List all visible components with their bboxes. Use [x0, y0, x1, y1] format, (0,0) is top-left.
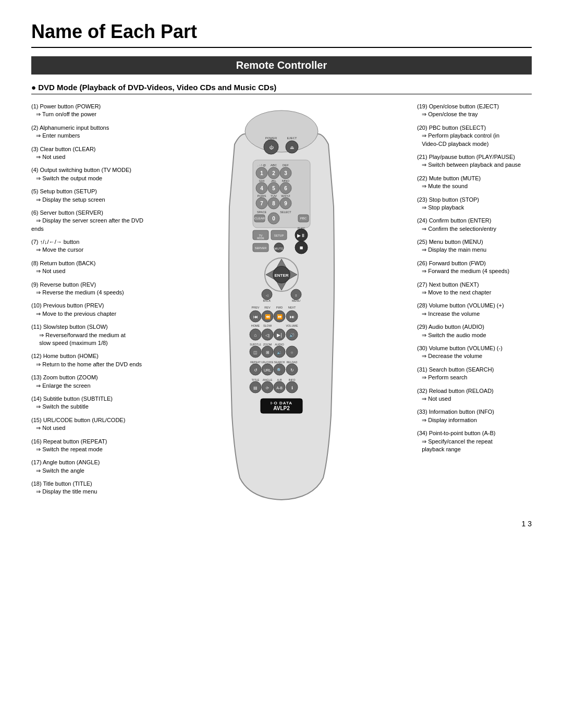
svg-text:2: 2 — [272, 170, 275, 176]
svg-text:3: 3 — [284, 170, 287, 176]
left-labels: (1) Power button (POWER) ⇒ Turn on/off t… — [31, 103, 151, 509]
svg-text:EJECT: EJECT — [287, 137, 297, 140]
svg-text:■: ■ — [300, 244, 303, 251]
label-10: (10) Previous button (PREV) ⇒ Move to th… — [31, 302, 146, 318]
remote-svg: ⏻ POWER ⏏ EJECT . : / @ ABC DEF 1 2 3 GH… — [224, 103, 339, 509]
svg-text:I·O DATA: I·O DATA — [271, 401, 292, 405]
svg-text:⏏: ⏏ — [290, 145, 295, 150]
svg-text:⏻: ⏻ — [269, 145, 274, 150]
svg-text:↻: ↻ — [290, 368, 294, 373]
svg-text:TITLE: TITLE — [252, 378, 260, 381]
svg-text:SEARCH: SEARCH — [274, 361, 285, 364]
svg-text:1: 1 — [260, 170, 263, 176]
svg-text:9: 9 — [284, 201, 287, 206]
footer: 1 3 — [31, 520, 532, 528]
svg-text:AVLP2: AVLP2 — [273, 405, 290, 411]
svg-text:◁: ◁ — [266, 294, 268, 297]
label-8: (8) Return button (BACK) ⇒ Not used — [31, 260, 146, 276]
svg-text:BACK: BACK — [263, 299, 271, 302]
label-34: (34) Point-to-point button (A-B) ⇒ Speci… — [417, 429, 532, 453]
label-3: (3) Clear button (CLEAR) ⇒ Not used — [31, 145, 146, 162]
svg-text:TUV: TUV — [271, 194, 277, 198]
label-23: (23) Stop button (STOP) ⇒ Stop playback — [417, 196, 532, 212]
page-title: Name of Each Part — [31, 21, 532, 48]
svg-text:NEXT: NEXT — [288, 306, 296, 309]
svg-text:⏮: ⏮ — [253, 314, 258, 319]
svg-text:DEF: DEF — [283, 164, 289, 167]
label-16: (16) Repeat button (REPEAT) ⇒ Switch the… — [31, 438, 146, 454]
svg-text:ZOOM: ZOOM — [263, 343, 272, 346]
svg-text:⊞: ⊞ — [266, 350, 270, 355]
label-4: (4) Output switching button (TV MODE) ⇒ … — [31, 166, 146, 182]
label-19: (19) Open/close button (EJECT) ⇒ Open/cl… — [417, 103, 532, 119]
svg-text:0: 0 — [272, 216, 275, 221]
svg-text:ANGLE: ANGLE — [263, 378, 273, 381]
label-5: (5) Setup button (SETUP) ⇒ Display the s… — [31, 188, 146, 204]
svg-text:PREV: PREV — [252, 306, 260, 309]
svg-text:SETUP: SETUP — [274, 234, 284, 237]
svg-text:▶|: ▶| — [277, 332, 282, 338]
svg-text:🔊: 🔊 — [289, 332, 295, 338]
label-1: (1) Power button (POWER) ⇒ Turn on/off t… — [31, 103, 146, 119]
svg-text:4: 4 — [260, 186, 263, 191]
svg-text:5: 5 — [272, 186, 275, 191]
svg-text:INFO: INFO — [288, 378, 296, 381]
svg-text:PAUSE: PAUSE — [297, 229, 306, 232]
svg-text:ENTER: ENTER — [274, 273, 288, 278]
svg-text:6: 6 — [284, 186, 287, 191]
svg-text:SPACE: SPACE — [257, 211, 267, 214]
label-29: (29) Audio button (AUDIO) ⇒ Switch the a… — [417, 323, 532, 339]
svg-text:PBC: PBC — [300, 217, 307, 220]
label-7: (7) ↑/↓/←/→ button ⇒ Move the cursor — [31, 238, 146, 254]
label-17: (17) Angle button (ANGLE) ⇒ Switch the a… — [31, 459, 146, 475]
svg-text:FWD: FWD — [276, 306, 283, 309]
svg-text:A-B: A-B — [276, 386, 283, 390]
label-11: (11) Slow/step button (SLOW) ⇒ Reverse/f… — [31, 323, 146, 347]
label-20: (20) PBC button (SELECT) ⇒ Perform playb… — [417, 124, 532, 148]
label-33: (33) Information button (INFO) ⇒ Display… — [417, 408, 532, 424]
svg-text:↺: ↺ — [254, 368, 258, 373]
label-30: (30) Volume button (VOLUME) (-) ⇒ Decrea… — [417, 344, 532, 361]
svg-text:≡: ≡ — [295, 294, 297, 297]
svg-text:◫: ◫ — [253, 350, 258, 355]
label-6: (6) Server button (SERVER) ⇒ Display the… — [31, 209, 146, 233]
right-labels: (19) Open/close button (EJECT) ⇒ Open/cl… — [412, 103, 532, 509]
label-27: (27) Next button (NEXT) ⇒ Move to the ne… — [417, 281, 532, 297]
svg-text:URL: URL — [264, 368, 271, 372]
svg-text:VOLUME: VOLUME — [286, 324, 298, 327]
svg-text:SUBTITLE: SUBTITLE — [250, 343, 261, 346]
svg-text:◁|: ◁| — [265, 333, 270, 338]
svg-text:⏪: ⏪ — [265, 314, 271, 320]
label-12: (12) Home button (HOME) ⇒ Return to the … — [31, 352, 146, 368]
svg-text:A-B: A-B — [277, 378, 282, 381]
svg-text:MENU: MENU — [292, 299, 300, 302]
svg-text:⏭: ⏭ — [290, 314, 295, 319]
svg-text:POWER: POWER — [265, 137, 277, 140]
label-13: (13) Zoom button (ZOOM) ⇒ Enlarge the sc… — [31, 374, 146, 390]
svg-text:STOP: STOP — [298, 241, 305, 244]
svg-text:🔉: 🔉 — [277, 350, 282, 355]
svg-text:○: ○ — [291, 350, 293, 355]
svg-text:JKL: JKL — [271, 179, 277, 182]
svg-text:8: 8 — [272, 201, 275, 206]
label-21: (21) Play/pause button (PLAY/PAUSE) ⇒ Sw… — [417, 153, 532, 169]
svg-text:SLOW: SLOW — [263, 324, 272, 327]
svg-text:⏩: ⏩ — [277, 314, 283, 320]
label-14: (14) Subtitle button (SUBTITLE) ⇒ Switch… — [31, 395, 146, 411]
svg-text:🔍: 🔍 — [277, 367, 282, 373]
svg-text:⌂: ⌂ — [254, 332, 256, 338]
svg-text:REV: REV — [264, 306, 271, 309]
label-31: (31) Search button (SEARCH) ⇒ Perform se… — [417, 366, 532, 382]
label-18: (18) Title button (TITLE) ⇒ Display the … — [31, 480, 146, 496]
svg-text:▤: ▤ — [253, 386, 258, 390]
content-area: (1) Power button (POWER) ⇒ Turn on/off t… — [31, 103, 532, 509]
label-2: (2) Alphanumeric input buttons ⇒ Enter n… — [31, 124, 146, 140]
svg-text:ℹ: ℹ — [291, 386, 293, 390]
svg-text:▶⏸: ▶⏸ — [297, 233, 305, 238]
svg-text:URL/CODE: URL/CODE — [261, 361, 273, 364]
svg-text:MODE: MODE — [257, 237, 264, 240]
svg-text:REPEAT: REPEAT — [250, 361, 261, 364]
label-32: (32) Reload button (RELOAD) ⇒ Not used — [417, 387, 532, 403]
svg-text:AUDIO: AUDIO — [275, 343, 284, 346]
svg-text:. : / @: . : / @ — [258, 164, 266, 167]
